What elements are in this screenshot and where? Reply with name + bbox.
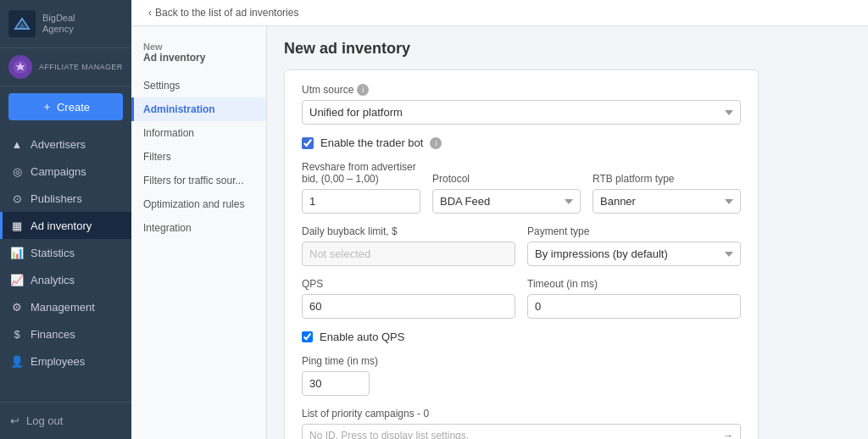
sub-nav-optimization[interactable]: Optimization and rules xyxy=(131,192,266,216)
revshare-label: Revshare from advertiser bid, (0,00 – 1,… xyxy=(302,161,420,185)
buyback-col: Daily buyback limit, $ xyxy=(302,225,515,266)
campaigns-icon: ◎ xyxy=(10,164,24,178)
qps-col: QPS xyxy=(302,278,515,319)
trader-bot-info-icon[interactable]: i xyxy=(430,137,442,149)
affiliate-svg xyxy=(13,59,28,75)
sidebar-item-label: Analytics xyxy=(31,274,75,286)
trader-bot-row: Enable the trader bot i xyxy=(302,136,741,149)
sidebar-item-label: Publishers xyxy=(31,192,82,205)
sidebar-item-label: Management xyxy=(31,301,95,314)
timeout-col: Timeout (in ms) xyxy=(527,278,741,319)
protocol-label: Protocol xyxy=(432,173,581,185)
sidebar-footer: ↩ Log out xyxy=(0,402,131,439)
sub-sidebar-group: New Ad inventory xyxy=(131,35,266,74)
qps-label: QPS xyxy=(302,278,515,290)
logout-icon: ↩ xyxy=(10,414,19,427)
auto-qps-row: Enable auto QPS xyxy=(302,331,741,343)
management-icon: ⚙ xyxy=(10,300,24,314)
ad-inventory-icon: ▦ xyxy=(10,219,24,232)
sidebar-item-finances[interactable]: $ Finances xyxy=(0,320,131,347)
sidebar-nav: ▲ Advertisers ◎ Campaigns ⊙ Publishers ▦… xyxy=(0,127,131,402)
sidebar-item-statistics[interactable]: 📊 Statistics xyxy=(0,239,131,266)
buyback-input[interactable] xyxy=(302,242,515,266)
sidebar-item-label: Advertisers xyxy=(31,138,86,151)
trader-bot-checkbox[interactable] xyxy=(302,137,314,149)
ping-time-label: Ping time (in ms) xyxy=(302,355,741,367)
sub-nav-integration[interactable]: Integration xyxy=(131,216,266,240)
logout-label: Log out xyxy=(26,414,63,427)
sub-nav-settings[interactable]: Settings xyxy=(131,74,266,97)
sidebar-item-label: Finances xyxy=(31,328,75,341)
sub-group-new: New xyxy=(143,42,254,52)
qps-input[interactable] xyxy=(302,294,515,319)
payment-label: Payment type xyxy=(527,225,741,237)
sidebar-item-label: Campaigns xyxy=(31,165,86,178)
create-label: Create xyxy=(57,101,90,114)
sidebar-item-analytics[interactable]: 📈 Analytics xyxy=(0,266,131,293)
main-content: ‹ Back to the list of ad inventories New… xyxy=(131,0,868,439)
payment-col: Payment type By impressions (by default)… xyxy=(527,225,741,266)
rtb-col: RTB platform type Banner Video Native xyxy=(593,173,741,214)
utm-source-label: Utm source i xyxy=(302,84,741,96)
content-area: New Ad inventory Settings Administration… xyxy=(131,26,868,439)
priority-campaigns-label: List of priority campaigns - 0 xyxy=(302,408,741,420)
logout-button[interactable]: ↩ Log out xyxy=(10,409,121,432)
utm-info-icon[interactable]: i xyxy=(357,84,369,96)
statistics-icon: 📊 xyxy=(10,246,24,259)
protocol-col: Protocol BDA Feed OpenRTB xyxy=(432,173,581,214)
priority-campaigns-field[interactable]: No ID. Press to display list settings. → xyxy=(302,424,741,439)
advertisers-icon: ▲ xyxy=(10,137,24,151)
affiliate-label: AFFILIATE MANAGER xyxy=(39,63,123,71)
publishers-icon: ⊙ xyxy=(10,192,24,205)
ping-time-input[interactable] xyxy=(302,371,370,396)
sidebar-item-management[interactable]: ⚙ Management xyxy=(0,293,131,320)
logo-icon xyxy=(8,10,36,37)
sidebar-item-campaigns[interactable]: ◎ Campaigns xyxy=(0,158,131,185)
trader-bot-label: Enable the trader bot xyxy=(320,136,423,149)
priority-campaigns-section: List of priority campaigns - 0 No ID. Pr… xyxy=(302,408,741,439)
back-label: Back to the list of ad inventories xyxy=(155,7,298,19)
analytics-icon: 📈 xyxy=(10,273,24,286)
affiliate-icon xyxy=(8,55,32,79)
sidebar-item-label: Employees xyxy=(31,355,85,368)
sub-nav-information[interactable]: Information xyxy=(131,121,266,145)
back-button[interactable]: ‹ Back to the list of ad inventories xyxy=(148,7,298,19)
auto-qps-label: Enable auto QPS xyxy=(320,331,404,343)
sub-nav-administration[interactable]: Administration xyxy=(131,97,266,121)
sidebar-item-label: Statistics xyxy=(31,247,75,259)
rtb-select[interactable]: Banner Video Native xyxy=(593,189,741,214)
auto-qps-checkbox[interactable] xyxy=(302,331,313,342)
priority-arrow-icon: → xyxy=(723,430,733,439)
sidebar: BigDeal Agency AFFILIATE MANAGER ＋ Creat… xyxy=(0,0,131,439)
logo-name: BigDeal xyxy=(42,13,75,24)
sub-group-ad-inventory: Ad inventory xyxy=(143,52,254,64)
affiliate-section: AFFILIATE MANAGER xyxy=(0,48,131,86)
sidebar-item-advertisers[interactable]: ▲ Advertisers xyxy=(0,131,131,158)
form-card: Utm source i Unified for platform Custom… xyxy=(284,69,759,439)
page-title: New ad inventory xyxy=(284,40,851,58)
logo-sub: Agency xyxy=(42,24,75,35)
utm-source-row: Utm source i Unified for platform Custom xyxy=(302,84,741,125)
logo-area: BigDeal Agency xyxy=(0,0,131,48)
page-content: New ad inventory Utm source i Unified fo… xyxy=(267,26,868,439)
utm-source-select[interactable]: Unified for platform Custom xyxy=(302,100,741,125)
buyback-label: Daily buyback limit, $ xyxy=(302,225,515,237)
sub-nav-filters-traffic[interactable]: Filters for traffic sour... xyxy=(131,169,266,192)
buyback-payment-row: Daily buyback limit, $ Payment type By i… xyxy=(302,225,741,266)
sidebar-item-publishers[interactable]: ⊙ Publishers xyxy=(0,185,131,212)
timeout-input[interactable] xyxy=(527,294,741,319)
create-button[interactable]: ＋ Create xyxy=(8,93,123,120)
sidebar-item-ad-inventory[interactable]: ▦ Ad inventory xyxy=(0,212,131,239)
revshare-input[interactable] xyxy=(302,189,420,214)
sidebar-item-label: Ad inventory xyxy=(31,220,92,232)
sub-sidebar: New Ad inventory Settings Administration… xyxy=(131,26,267,439)
create-plus-icon: ＋ xyxy=(42,99,53,114)
protocol-select[interactable]: BDA Feed OpenRTB xyxy=(432,189,581,214)
priority-placeholder: No ID. Press to display list settings. xyxy=(309,430,469,439)
sub-nav-filters[interactable]: Filters xyxy=(131,145,266,169)
ping-time-row: Ping time (in ms) xyxy=(302,355,741,396)
employees-icon: 👤 xyxy=(10,354,24,368)
sidebar-item-employees[interactable]: 👤 Employees xyxy=(0,347,131,375)
timeout-label: Timeout (in ms) xyxy=(527,278,741,290)
payment-select[interactable]: By impressions (by default) By clicks xyxy=(527,242,741,266)
